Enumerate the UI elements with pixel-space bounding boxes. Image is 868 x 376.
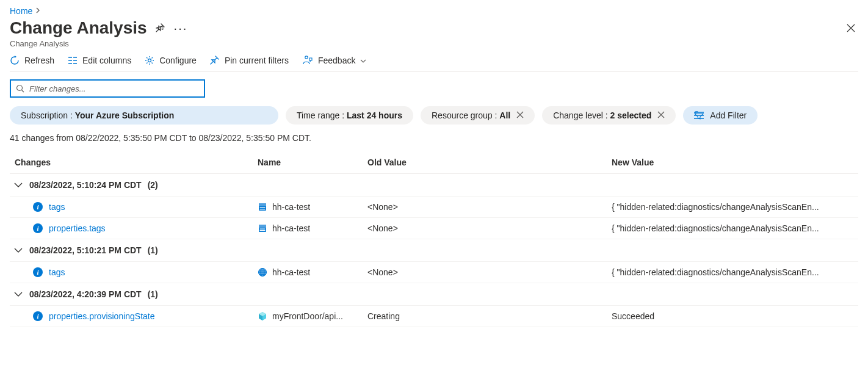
filter-pills: Subscription : Your Azure Subscription T… [10, 106, 858, 125]
gear-icon [145, 56, 154, 65]
pill-rg-label: Resource group : [432, 110, 499, 120]
resource-icon [258, 311, 267, 321]
breadcrumb: Home [10, 6, 858, 16]
group-timestamp: 08/23/2022, 4:20:39 PM CDT [29, 289, 142, 299]
pill-level-value: 2 selected [610, 110, 652, 120]
close-button[interactable] [844, 21, 858, 35]
pill-time-label: Time range : [297, 110, 347, 120]
pill-subscription[interactable]: Subscription : Your Azure Subscription [10, 106, 278, 125]
col-header-name[interactable]: Name [258, 157, 367, 167]
old-value: <None> [367, 267, 612, 277]
refresh-icon [10, 56, 20, 65]
table-body: 08/23/2022, 5:10:24 PM CDT (2)itagshh-ca… [10, 174, 858, 327]
chevron-down-icon [360, 56, 366, 65]
group-count: (2) [148, 180, 158, 190]
resource-name: hh-ca-test [272, 202, 310, 212]
search-icon [16, 84, 24, 93]
resource-name: hh-ca-test [272, 267, 310, 277]
old-value: <None> [367, 202, 612, 212]
old-value: Creating [367, 311, 612, 321]
filter-input-container[interactable] [10, 79, 205, 98]
group-count: (1) [148, 289, 158, 299]
info-icon: i [33, 202, 43, 212]
group-row[interactable]: 08/23/2022, 5:10:24 PM CDT (2) [10, 174, 858, 197]
edit-columns-label: Edit columns [82, 56, 131, 65]
col-header-old[interactable]: Old Value [367, 157, 612, 167]
page-subtitle: Change Analysis [10, 39, 858, 48]
col-header-changes[interactable]: Changes [13, 157, 258, 167]
group-timestamp: 08/23/2022, 5:10:21 PM CDT [29, 245, 142, 255]
pin-icon[interactable] [156, 23, 165, 33]
pill-level-label: Change level : [553, 110, 610, 120]
breadcrumb-home[interactable]: Home [10, 6, 32, 16]
resource-icon [258, 267, 267, 277]
add-filter-label: Add Filter [710, 110, 747, 120]
edit-columns-button[interactable]: Edit columns [68, 56, 131, 65]
resource-icon [258, 202, 267, 212]
svg-point-1 [305, 56, 308, 59]
info-icon: i [33, 267, 43, 277]
remove-filter-icon[interactable] [657, 110, 665, 120]
feedback-button[interactable]: Feedback [302, 56, 366, 65]
group-count: (1) [148, 245, 158, 255]
remove-filter-icon[interactable] [516, 110, 524, 120]
pin-filters-button[interactable]: Pin current filters [210, 56, 289, 65]
change-link[interactable]: tags [49, 267, 65, 277]
pin-filters-icon [210, 56, 220, 65]
info-icon: i [33, 223, 43, 233]
group-timestamp: 08/23/2022, 5:10:24 PM CDT [29, 180, 142, 190]
chevron-down-icon [13, 245, 23, 255]
summary-text: 41 changes from 08/22/2022, 5:35:50 PM C… [10, 133, 858, 143]
pill-subscription-label: Subscription : [21, 110, 75, 120]
new-value: { "hidden-related:diagnostics/changeAnal… [612, 223, 855, 233]
table-header: Changes Name Old Value New Value [10, 151, 858, 174]
chevron-down-icon [13, 180, 23, 190]
table-row: iproperties.tagshh-ca-test<None>{ "hidde… [10, 218, 858, 239]
change-link[interactable]: properties.tags [49, 223, 106, 233]
feedback-icon [302, 56, 313, 65]
pill-time-value: Last 24 hours [347, 110, 402, 120]
info-icon: i [33, 311, 43, 321]
chevron-down-icon [13, 289, 23, 299]
resource-icon [258, 223, 267, 233]
toolbar: Refresh Edit columns Configure Pin curre… [10, 56, 858, 72]
columns-icon [68, 56, 78, 65]
add-filter-button[interactable]: Add Filter [683, 106, 758, 125]
change-link[interactable]: properties.provisioningState [49, 311, 155, 321]
col-header-new[interactable]: New Value [612, 157, 855, 167]
feedback-label: Feedback [318, 56, 355, 65]
pill-time-range[interactable]: Time range : Last 24 hours [286, 106, 413, 125]
new-value: { "hidden-related:diagnostics/changeAnal… [612, 202, 855, 212]
page-title: Change Analysis [10, 18, 147, 38]
add-filter-icon [694, 111, 704, 120]
chevron-right-icon [36, 7, 41, 15]
new-value: { "hidden-related:diagnostics/changeAnal… [612, 267, 855, 277]
pill-resource-group[interactable]: Resource group : All [421, 106, 535, 125]
pill-rg-value: All [499, 110, 510, 120]
group-row[interactable]: 08/23/2022, 4:20:39 PM CDT (1) [10, 283, 858, 306]
refresh-label: Refresh [24, 56, 54, 65]
svg-point-2 [17, 85, 23, 91]
table-row: itagshh-ca-test<None>{ "hidden-related:d… [10, 197, 858, 218]
table-row: iproperties.provisioningStatemyFrontDoor… [10, 306, 858, 327]
configure-button[interactable]: Configure [145, 56, 197, 65]
refresh-button[interactable]: Refresh [10, 56, 54, 65]
group-row[interactable]: 08/23/2022, 5:10:21 PM CDT (1) [10, 239, 858, 262]
configure-label: Configure [159, 56, 197, 65]
filter-input[interactable] [28, 84, 199, 94]
pill-change-level[interactable]: Change level : 2 selected [542, 106, 676, 125]
pin-filters-label: Pin current filters [225, 56, 289, 65]
table-row: itagshh-ca-test<None>{ "hidden-related:d… [10, 262, 858, 283]
more-icon[interactable]: ··· [174, 21, 188, 35]
new-value: Succeeded [612, 311, 855, 321]
old-value: <None> [367, 223, 612, 233]
resource-name: hh-ca-test [272, 223, 310, 233]
svg-point-0 [148, 59, 151, 62]
change-link[interactable]: tags [49, 202, 65, 212]
pill-subscription-value: Your Azure Subscription [75, 110, 175, 120]
resource-name: myFrontDoor/api... [272, 311, 343, 321]
